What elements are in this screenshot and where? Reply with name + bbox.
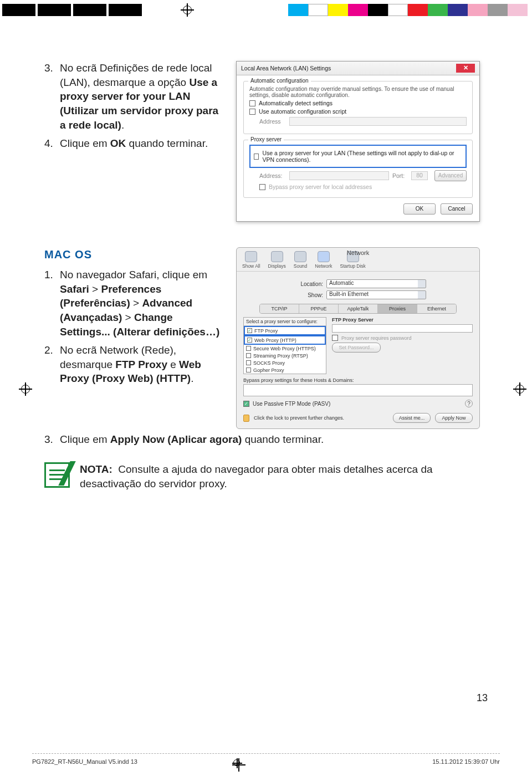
proxy-list-item[interactable]: ✓FTP Proxy (244, 326, 326, 335)
print-registration-top (0, 0, 532, 20)
checkbox[interactable]: ✓ (247, 338, 252, 343)
bypass-input[interactable] (243, 384, 473, 396)
checkbox[interactable] (249, 100, 255, 106)
proxy-list-item[interactable]: SOCKS Proxy (244, 359, 326, 366)
proxy-server-input[interactable] (332, 324, 473, 333)
checkbox[interactable] (249, 109, 255, 115)
mac-heading: MAC OS (44, 247, 222, 262)
mac-tabs[interactable]: TCP/IPPPPoEAppleTalkProxiesEthernet (259, 304, 457, 314)
group-legend: Proxy server (248, 136, 284, 142)
tab-appletalk[interactable]: AppleTalk (339, 304, 378, 313)
help-icon[interactable]: ? (465, 400, 473, 407)
pasv-checkbox[interactable]: ✓ (243, 401, 249, 407)
use-proxy-checkbox[interactable] (254, 154, 259, 160)
close-button[interactable]: ✕ (456, 64, 475, 73)
proxy-list-item[interactable]: Streaming Proxy (RTSP) (244, 352, 326, 359)
note-text: Consulte a ajuda do navegador para obter… (80, 463, 433, 490)
tab-ethernet[interactable]: Ethernet (417, 304, 456, 313)
checkbox[interactable] (246, 353, 251, 358)
page-number: 13 (477, 692, 488, 704)
lock-icon[interactable] (243, 415, 249, 422)
note-label: NOTA: (80, 463, 112, 475)
proxy-port-input[interactable]: 80 (411, 171, 428, 180)
location-select[interactable]: Automatic (326, 279, 426, 288)
windows-steps: 3.No ecrã Definições de rede local (LAN)… (44, 61, 222, 155)
assist-button[interactable]: Assist me... (393, 413, 431, 423)
checkbox[interactable] (259, 184, 265, 190)
highlighted-option: Use a proxy server for your LAN (These s… (249, 145, 467, 168)
note-icon (44, 462, 70, 488)
checkbox[interactable]: ✓ (247, 328, 252, 333)
proxy-list-item[interactable]: ✓Web Proxy (HTTP) (244, 335, 326, 345)
slug-file: PG7822_RT-N56U_Manual V5.indd 13 (32, 758, 137, 768)
tab-tcp/ip[interactable]: TCP/IP (260, 304, 299, 313)
color-swatches (288, 4, 528, 16)
tab-proxies[interactable]: Proxies (378, 304, 417, 313)
mac-steps: MAC OS 1.No navegador Safari, clique em … (44, 247, 222, 390)
dialog-title: Local Area Network (LAN) Settings (241, 65, 331, 72)
proxy-address-input[interactable] (289, 171, 389, 180)
lan-settings-dialog: Local Area Network (LAN) Settings ✕ Auto… (236, 61, 480, 222)
checkbox[interactable] (246, 360, 251, 365)
advanced-button[interactable]: Advanced (434, 170, 467, 181)
print-slug: PG7822_RT-N56U_Manual V5.indd 13 15.11.2… (32, 753, 500, 768)
tab-pppoe[interactable]: PPPoE (299, 304, 339, 313)
set-password-button[interactable]: Set Password... (332, 343, 381, 353)
proxy-list[interactable]: Select a proxy server to configure: ✓FTP… (243, 317, 326, 374)
crosshair-icon (232, 758, 242, 768)
page-content: 3.No ecrã Definições de rede local (LAN)… (44, 61, 488, 715)
address-input[interactable] (289, 117, 467, 126)
ok-button[interactable]: OK (403, 203, 436, 215)
note-block: NOTA: Consulte a ajuda do navegador para… (44, 462, 488, 492)
mac-network-dialog: Network Show AllDisplaysSoundNetworkStar… (236, 247, 480, 429)
mac-window-title: Network (237, 249, 479, 256)
crosshair-icon (181, 3, 194, 17)
proxy-list-item[interactable]: Gopher Proxy (244, 366, 326, 374)
checkbox[interactable] (246, 346, 251, 351)
slug-timestamp: 15.11.2012 15:39:07 Uhr (432, 758, 500, 768)
group-legend: Automatic configuration (248, 78, 311, 84)
checkbox[interactable] (332, 335, 338, 341)
mac-step-3: 3.Clique em Apply Now (Aplicar agora) qu… (44, 432, 488, 447)
checkbox[interactable] (246, 367, 251, 372)
cancel-button[interactable]: Cancel (441, 203, 473, 215)
show-select[interactable]: Built-in Ethernet (326, 290, 426, 299)
proxy-list-item[interactable]: Secure Web Proxy (HTTPS) (244, 345, 326, 352)
apply-now-button[interactable]: Apply Now (435, 413, 473, 423)
